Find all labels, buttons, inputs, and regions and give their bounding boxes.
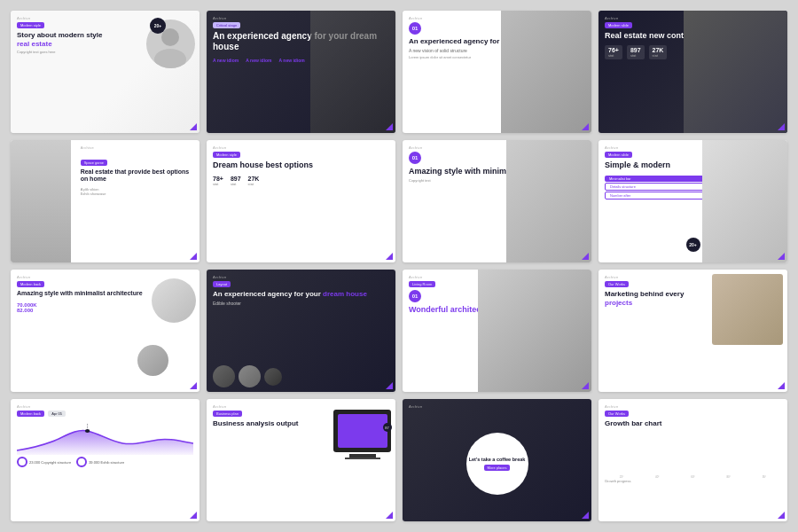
slide-6-stat-1: 78+ stat (213, 176, 223, 186)
slide-12-person (712, 274, 783, 345)
slide-6-stat-2: 897 stat (231, 176, 241, 186)
slide-16-corner (778, 512, 785, 519)
slide-13-tag2: Apr 05 (48, 411, 66, 417)
slide-9-image-1 (152, 278, 196, 323)
slide-8-choice-2: Details structure (605, 183, 710, 191)
slide-1: Archive Modern style Story about modern … (11, 11, 200, 133)
slide-11: Archive Living Room 01 Wonderful archite… (403, 270, 591, 392)
slide-6-stats: 78+ stat 897 stat 27K stat (213, 176, 389, 186)
slide-3: Archive 01 An experienced agency for you… (403, 11, 591, 133)
slide-11-tag: Living Room (409, 281, 435, 287)
slide-4-tag: Modern slide (605, 22, 632, 28)
slide-15: Archive Let's take a coffee break More p… (403, 399, 591, 521)
slide-5-content: Archive Space game Real estate that prov… (81, 145, 193, 197)
slide-1-corner (190, 123, 197, 130)
slide-3-number: 01 (409, 22, 421, 35)
slide-13-stat-2: 39.000 Exhib structure (76, 457, 124, 467)
slide-13-label: Archive (17, 404, 193, 409)
slide-10-tag: Layout (213, 281, 231, 287)
slide-15-circle: Let's take a coffee break More places (466, 433, 528, 495)
slide-4-stat-1: 76+stat (605, 45, 622, 59)
slide-8: Archive Modern slide Simple & modern Min… (598, 140, 787, 262)
slide-16: Archive Our Works Growth bar chart 23° 4… (598, 399, 787, 521)
slide-16-subtitle: Growth progress (605, 479, 781, 484)
slide-6-label: Archive (213, 145, 389, 150)
slide-15-button[interactable]: More places (484, 465, 511, 471)
slide-6-stat-3: 27K stat (248, 176, 260, 186)
slide-4-stat-2: 897stat (627, 45, 645, 59)
slide-8-image (702, 140, 787, 262)
slide-15-label: Archive (409, 404, 585, 409)
slide-10-circle-1 (213, 365, 235, 387)
slide-6-tag: Modern style (213, 152, 240, 158)
slide-8-badge: 20+ (686, 238, 700, 252)
slide-13-corner (190, 512, 197, 519)
slide-13-tags: Modern back Apr 05 (17, 411, 193, 419)
slide-9-image-2 (137, 345, 168, 376)
slide-16-title: Growth bar chart (605, 419, 781, 428)
slide-9-corner (190, 382, 197, 389)
slide-15-title: Let's take a coffee break (469, 457, 526, 464)
slide-12-image-area (693, 270, 788, 392)
slide-5-corner (190, 253, 197, 260)
slide-5-image (11, 140, 71, 262)
slide-14-monitor: 87 (333, 410, 391, 452)
slide-14-label: Archive (213, 404, 389, 409)
slide-7-image (506, 140, 591, 262)
slide-2-stat-2: A new idiom (246, 58, 271, 63)
slide-8-choice-3: Number after (605, 192, 710, 200)
slide-12-tag: Our Works (605, 281, 629, 287)
slide-13: Archive Modern back Apr 05 (11, 399, 200, 521)
slide-10-circle-2 (239, 365, 261, 387)
slide-5-stats: A plik vikion Exhib showcase (81, 187, 193, 197)
slide-9: Archive Modern back Amazing style with m… (11, 270, 200, 392)
slide-11-number: 01 (409, 290, 421, 302)
slide-13-stats: 23.000 Copyright structure 39.000 Exhib … (17, 457, 193, 467)
slide-16-tag: Our Works (605, 411, 629, 417)
slide-14-tag: Business plan (213, 411, 242, 417)
slide-7-number: 01 (409, 152, 421, 164)
slide-13-chart (17, 424, 193, 455)
slide-2-stat-1: A new idiom (213, 58, 239, 63)
slide-6-title: Dream house best options (213, 160, 389, 170)
slide-1-badge: 20+ (150, 18, 166, 34)
slide-2-image (310, 11, 395, 133)
slide-grid: Archive Modern style Story about modern … (0, 0, 798, 532)
slide-4: Archive Modern slide Real estate new con… (598, 11, 787, 133)
slide-1-tag: Modern style (17, 22, 44, 28)
slide-4-stat-3: 27Kstat (649, 45, 668, 59)
slide-2-tag: Critical stage (213, 22, 240, 28)
slide-5-title: Real estate that provide best options on… (81, 168, 193, 184)
slide-10-circle-3 (264, 368, 282, 386)
slide-13-tag: Modern back (17, 411, 44, 417)
slide-15-content: Let's take a coffee break More places (409, 411, 585, 517)
slide-9-tag: Modern back (17, 281, 44, 287)
slide-16-label: Archive (605, 404, 781, 409)
slide-14: Archive Business plan Business analysis … (207, 399, 395, 521)
slide-10-circles (213, 362, 389, 387)
slide-7: Archive 01 Amazing style with minimalist… (403, 140, 591, 262)
slide-8-tag: Modern slide (605, 152, 632, 158)
slide-5-label: Archive (81, 145, 193, 150)
slide-10-title: An experienced agency for your dream hou… (213, 290, 389, 299)
slide-10-subtitle: Edible shooter (213, 301, 389, 306)
slide-14-corner (386, 512, 393, 519)
slide-16-chart: 23° 40° 60° 80° 95° (605, 434, 781, 479)
svg-point-0 (161, 28, 179, 46)
slide-3-image (501, 11, 591, 133)
slide-12: Archive Our Works Marketing behind every… (598, 270, 787, 392)
slide-10: Archive Layout An experienced agency for… (207, 270, 395, 392)
svg-point-1 (154, 49, 186, 68)
slide-14-screen: 87 (338, 414, 387, 448)
slide-4-image (684, 11, 787, 133)
slide-11-image (478, 270, 591, 392)
slide-8-choice-1: Minimalist bar (605, 176, 710, 182)
slide-13-stat-1: 23.000 Copyright structure (17, 457, 71, 467)
slide-5-tag: Space game (81, 160, 107, 166)
slide-2: Archive Critical stage An experienced ag… (207, 11, 395, 133)
slide-6: Archive Modern style Dream house best op… (207, 140, 395, 262)
slide-2-stat-3: A new idiom (279, 58, 305, 63)
slide-5: Archive Space game Real estate that prov… (11, 140, 200, 262)
slide-14-monitor-area: 87 (333, 410, 391, 459)
slide-6-corner (386, 253, 393, 260)
